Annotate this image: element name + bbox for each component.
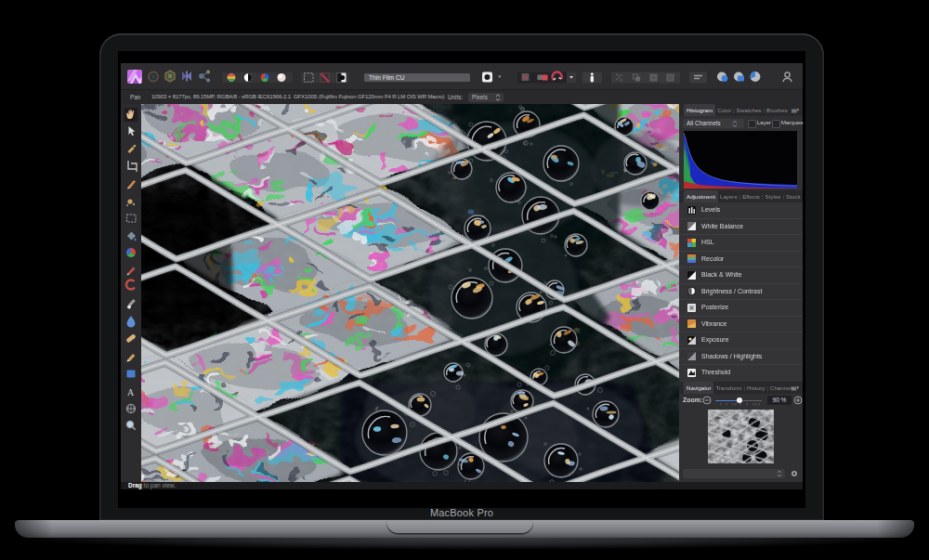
svg-text:Thin Film CU: Thin Film CU xyxy=(369,74,405,81)
svg-text:A: A xyxy=(127,387,135,397)
